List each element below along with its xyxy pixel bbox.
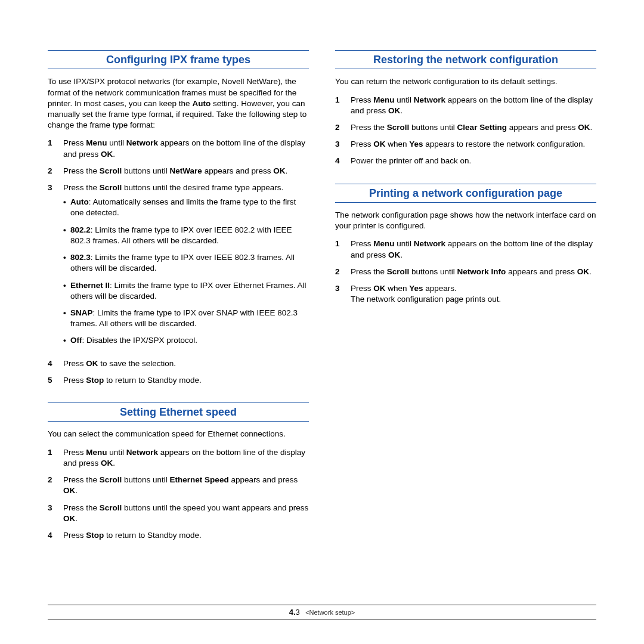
- section-heading: Configuring IPX frame types: [48, 50, 309, 69]
- step-text: Press OK when Yes appears.The network co…: [351, 283, 596, 305]
- bullet-item: Off: Disables the IPX/SPX protocol.: [63, 335, 309, 346]
- step-text: Press the Scroll buttons until NetWare a…: [63, 166, 309, 177]
- step-text: Press the Scroll buttons until Ethernet …: [63, 475, 309, 496]
- step-text: Press Menu until Network appears on the …: [351, 95, 596, 116]
- bullet-item: SNAP: Limits the frame type to IPX over …: [63, 308, 309, 329]
- step-text: Press the Scroll buttons until the speed…: [63, 503, 309, 524]
- step-text: Press Stop to return to Standby mode.: [63, 530, 309, 541]
- right-column: Restoring the network configuration You …: [335, 50, 596, 558]
- bullet-item: Ethernet II: Limits the frame type to IP…: [63, 280, 309, 302]
- step-text: Press Menu until Network appears on the …: [63, 447, 309, 469]
- step-text: Press the Scroll buttons until Clear Set…: [351, 122, 596, 133]
- section-intro: To use IPX/SPX protocol networks (for ex…: [48, 76, 309, 131]
- section-heading: Setting Ethernet speed: [48, 402, 309, 422]
- bullet-list: Auto: Automatically senses and limits th…: [63, 197, 309, 346]
- step-text: Press the Scroll buttons until Network I…: [351, 267, 596, 277]
- section-intro: You can select the communication speed f…: [48, 429, 309, 439]
- section-heading: Printing a network configuration page: [335, 184, 596, 203]
- step-text: Press Menu until Network appears on the …: [63, 138, 309, 159]
- step-text: Power the printer off and back on.: [351, 156, 596, 166]
- section-ipx-frame-types: Configuring IPX frame types To use IPX/S…: [48, 50, 309, 386]
- page-number: 3: [296, 608, 300, 617]
- step-text: Press the Scroll buttons until the desir…: [63, 182, 309, 352]
- section-intro: You can return the network configuration…: [335, 76, 596, 87]
- step-text: Press OK to save the selection.: [63, 358, 309, 369]
- section-ethernet-speed: Setting Ethernet speed You can select th…: [48, 402, 309, 541]
- section-heading: Restoring the network configuration: [335, 50, 596, 69]
- step-list: 1Press Menu until Network appears on the…: [48, 138, 309, 386]
- page-body: Configuring IPX frame types To use IPX/S…: [0, 0, 644, 558]
- section-intro: The network configuration page shows how…: [335, 210, 596, 231]
- left-column: Configuring IPX frame types To use IPX/S…: [48, 50, 309, 558]
- step-text: Press OK when Yes appears to restore the…: [351, 139, 596, 150]
- section-label: <Network setup>: [305, 609, 355, 616]
- bullet-item: 802.2: Limits the frame type to IPX over…: [63, 225, 309, 246]
- bullet-item: Auto: Automatically senses and limits th…: [63, 197, 309, 218]
- step-list: 1Press Menu until Network appears on the…: [335, 95, 596, 167]
- step-text: Press Stop to return to Standby mode.: [63, 375, 309, 386]
- chapter-number: 4.: [289, 608, 296, 617]
- section-printing-config-page: Printing a network configuration page Th…: [335, 184, 596, 305]
- step-list: 1Press Menu until Network appears on the…: [48, 447, 309, 541]
- page-footer: 4.3 <Network setup>: [48, 605, 596, 620]
- section-restoring-network: Restoring the network configuration You …: [335, 50, 596, 167]
- step-list: 1Press Menu until Network appears on the…: [335, 239, 596, 305]
- step-text: Press Menu until Network appears on the …: [351, 239, 596, 260]
- bullet-item: 802.3: Limits the frame type to IPX over…: [63, 252, 309, 274]
